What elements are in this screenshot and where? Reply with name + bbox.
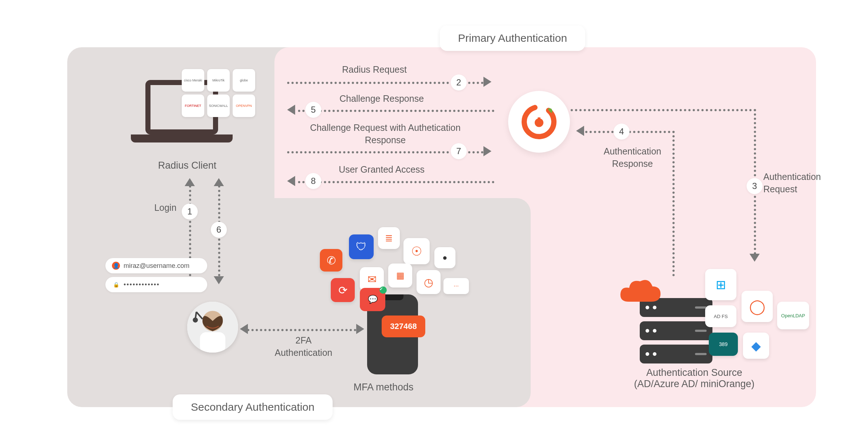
arrow-up-icon xyxy=(185,178,195,186)
flow-7-label: Challenge Request with Authetication Res… xyxy=(298,122,473,146)
arrow-left-icon xyxy=(576,126,584,136)
flow-4-line-h xyxy=(585,131,675,133)
vendor-tile: MikroTik xyxy=(207,69,230,92)
user-avatar xyxy=(187,302,238,353)
list-icon: ≣ xyxy=(378,227,400,249)
login-username-row: 👤 miraz@username.com xyxy=(105,258,207,273)
dot-icon: ● xyxy=(434,247,455,268)
authy-icon: ⟳ xyxy=(331,278,355,302)
auth-tile-389: 389 xyxy=(709,333,738,356)
flow-login-label: Login xyxy=(151,202,180,214)
svg-rect-6 xyxy=(538,117,540,124)
shield-lock-icon: 🛡 xyxy=(349,234,374,259)
arrow-right-icon xyxy=(356,324,364,334)
radius-client-label: Radius Client xyxy=(151,160,224,171)
arrow-down-icon xyxy=(214,276,224,284)
step-5-badge: 5 xyxy=(305,102,321,118)
arrow-down-icon xyxy=(750,254,760,262)
primary-auth-title: Primary Authentication xyxy=(440,25,585,51)
chat-bubble-icon: 💬 ✓ xyxy=(360,288,385,311)
vendor-tile: FORTINET xyxy=(182,95,204,117)
phone-call-icon: ✆ xyxy=(320,249,342,272)
step-4-badge: 4 xyxy=(614,124,630,140)
flow-3-label: Authentication Request xyxy=(763,171,836,196)
mfa-phone-icon: 💬 ✓ 327468 xyxy=(367,294,418,374)
login-username-value: miraz@username.com xyxy=(124,262,189,270)
vendor-tile: globe xyxy=(233,69,255,92)
svg-point-3 xyxy=(193,317,198,322)
auth-tile-miniorange: ◯ xyxy=(742,291,773,322)
flow-2fa-label: 2FA Authentication xyxy=(269,334,338,359)
user-icon: 👤 xyxy=(112,262,120,270)
mfa-icon-cloud: ✆ 🛡 ≣ ☉ ● ⟳ ✉ ▦ ◷ ⋯ xyxy=(316,227,469,300)
mfa-code-value: 327468 xyxy=(390,322,417,331)
arrow-left-icon xyxy=(240,324,248,334)
lock-icon: 🔒 xyxy=(112,281,120,289)
flow-2-label: Radius Request xyxy=(320,64,429,76)
flow-5-label: Challenge Response xyxy=(327,93,436,105)
login-password-value: •••••••••••• xyxy=(124,281,160,289)
vendor-tile: OPENVPN xyxy=(233,95,255,117)
flow-8-label: User Granted Access xyxy=(327,164,436,176)
otp-badge-icon: ⋯ xyxy=(443,278,469,294)
login-password-row: 🔒 •••••••••••• xyxy=(105,277,207,292)
flow-5-line xyxy=(298,110,494,112)
step-7-badge: 7 xyxy=(451,143,467,159)
mfa-code-bubble: 327468 xyxy=(382,316,425,337)
flow-8-line xyxy=(298,181,494,183)
auth-tile-adfs: AD FS xyxy=(705,305,736,327)
step-6-badge: 6 xyxy=(211,222,227,238)
arrow-right-icon xyxy=(483,146,491,156)
flow-3-line-h xyxy=(571,109,756,111)
flow-2fa-line xyxy=(247,329,356,331)
vendor-logo-grid: cisco Meraki MikroTik globe FORTINET SON… xyxy=(182,69,255,117)
mfa-methods-label: MFA methods xyxy=(343,382,423,393)
step-2-badge: 2 xyxy=(451,75,467,91)
secondary-auth-title: Secondary Authentication xyxy=(173,394,333,420)
auth-tile-azure: ◆ xyxy=(743,333,769,359)
login-credentials-card: 👤 miraz@username.com 🔒 •••••••••••• xyxy=(105,258,207,296)
step-8-badge: 8 xyxy=(305,173,321,189)
vendor-tile: SONICWALL xyxy=(207,95,230,117)
arrow-left-icon xyxy=(287,176,295,186)
timer-icon: ◷ xyxy=(417,270,441,294)
auth-source-tile-grid: ⊞ AD FS ◯ 389 ◆ OpenLDAP xyxy=(705,269,814,363)
auth-tile-openldap: OpenLDAP xyxy=(777,302,809,329)
arrow-up-icon xyxy=(214,178,224,186)
step-3-badge: 3 xyxy=(747,178,763,194)
fingerprint-icon: ☉ xyxy=(403,238,430,264)
svg-rect-2 xyxy=(200,332,225,353)
arrow-left-icon xyxy=(287,105,295,115)
flow-4-line-v xyxy=(672,131,675,276)
miniorange-logo-icon xyxy=(508,91,570,153)
flow-4-label: Authentication Response xyxy=(596,145,669,170)
step-1-badge: 1 xyxy=(182,204,198,220)
cloud-icon xyxy=(616,276,663,310)
auth-source-label: Authentication Source (AD/Azure AD/ mini… xyxy=(618,367,771,390)
auth-tile-windows: ⊞ xyxy=(705,269,736,300)
vendor-tile: cisco Meraki xyxy=(182,69,204,92)
arrow-right-icon xyxy=(483,77,491,87)
qr-icon: ▦ xyxy=(388,264,412,288)
